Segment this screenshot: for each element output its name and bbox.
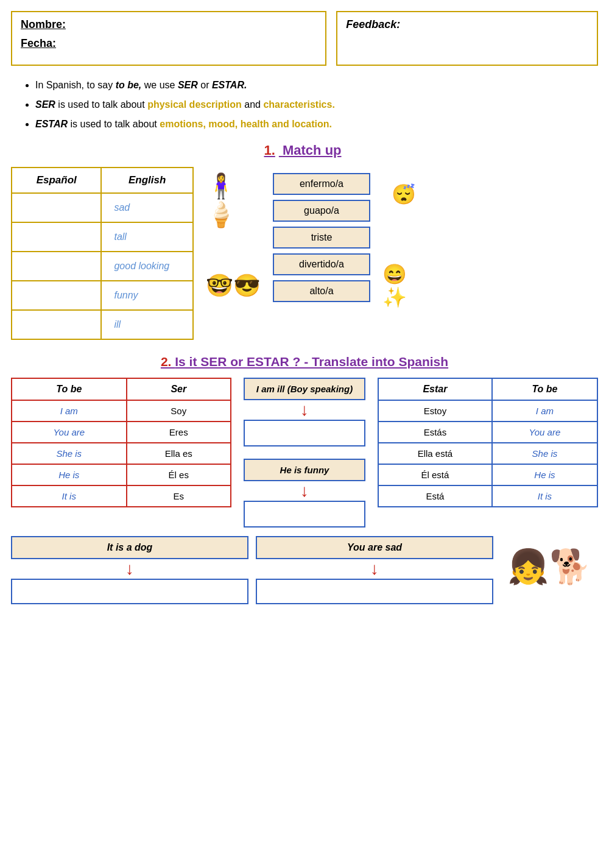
spanish-word-box: enfermo/a: [273, 173, 370, 195]
answer-box-phrase-1[interactable]: [11, 579, 248, 604]
feedback-label: Feedback:: [346, 18, 400, 30]
ser-tobe-cell: I am: [12, 400, 127, 422]
matchup-english-cell: good looking: [101, 252, 193, 281]
phrase-col-2: You are sad ↓: [256, 536, 493, 604]
estar-tobe-cell: She is: [492, 443, 597, 464]
emoji-laughing: 😄✨: [382, 264, 425, 307]
estar-conj-cell: Está: [378, 485, 492, 507]
estar-table: EstarTo be Estoy I am Estás You are Ella…: [378, 378, 598, 507]
intro-bullets: In Spanish, to say to be, we use SER or …: [17, 78, 598, 132]
arrow-down-4: ↓: [370, 560, 379, 577]
spanish-word-box: divertido/a: [273, 253, 370, 275]
estar-conj-cell: Estás: [378, 422, 492, 443]
estar-header: To be: [492, 378, 597, 400]
phrase-box-2: You are sad: [256, 536, 493, 559]
arrow-down-2: ↓: [300, 482, 309, 499]
estar-conj-cell: Ella está: [378, 443, 492, 464]
header-section: Nombre: Fecha: Feedback:: [11, 11, 598, 66]
section2-number: 2.: [161, 355, 175, 369]
ser-conj-cell: Ella es: [127, 443, 231, 464]
phrase-box-1: It is a dog: [11, 536, 248, 559]
phrase-col-1: It is a dog ↓: [11, 536, 248, 604]
bullet-1: In Spanish, to say to be, we use SER or …: [35, 78, 598, 93]
section1-title: 1. Match up: [11, 143, 598, 158]
emoji-girl-icecream: 🧍‍♀️🍦: [206, 173, 261, 228]
ser-tobe-cell: She is: [12, 443, 127, 464]
matchup-english-cell: tall: [101, 222, 193, 252]
bottom-row: It is a dog ↓ You are sad ↓ 👧🐕: [11, 536, 598, 604]
nombre-label: Nombre:: [21, 18, 317, 31]
matchup-espanol-cell[interactable]: [12, 193, 101, 222]
ser-header: Ser: [127, 378, 231, 400]
answer-box-1[interactable]: [244, 420, 365, 446]
emoji-sleeping: 😴: [382, 173, 425, 216]
arrow-down-1: ↓: [300, 401, 309, 418]
bullet-2: SER is used to talk about physical descr…: [35, 97, 598, 112]
matchup-espanol-cell[interactable]: [12, 310, 101, 339]
emoji-col-middle: 🧍‍♀️🍦 🤓😎: [206, 173, 261, 313]
estar-conj-cell: Estoy: [378, 400, 492, 422]
matchup-container: Español English sadtallgood lookingfunny…: [11, 167, 598, 340]
emoji-girl-glasses: 🤓😎: [206, 258, 261, 313]
feedback-box: Feedback:: [336, 11, 598, 66]
matchup-espanol-cell[interactable]: [12, 222, 101, 252]
ser-tobe-cell: It is: [12, 485, 127, 507]
matchup-espanol-cell[interactable]: [12, 281, 101, 310]
prompt1: I am ill (Boy speaking): [244, 378, 365, 400]
section1-number: 1.: [264, 143, 275, 158]
ser-header: To be: [12, 378, 127, 400]
matchup-english-cell: funny: [101, 281, 193, 310]
answer-box-phrase-2[interactable]: [256, 579, 493, 604]
col-english: English: [101, 168, 193, 193]
spanish-words-list: enfermo/aguapo/atristedivertido/aalto/a: [273, 173, 370, 302]
ser-conj-cell: Soy: [127, 400, 231, 422]
spanish-word-box: guapo/a: [273, 200, 370, 222]
section2-title: 2. Is it SER or ESTAR ? - Translate into…: [11, 355, 598, 369]
bottom-emoji-couple-dog: 👧🐕: [501, 536, 598, 597]
estar-header: Estar: [378, 378, 492, 400]
section2-text: Is it SER or ESTAR ? - Translate into Sp…: [175, 355, 448, 369]
ser-conj-cell: Es: [127, 485, 231, 507]
ser-tobe-cell: He is: [12, 464, 127, 485]
matchup-table: Español English sadtallgood lookingfunny…: [11, 167, 194, 340]
estar-tobe-cell: It is: [492, 485, 597, 507]
estar-tobe-cell: You are: [492, 422, 597, 443]
estar-tobe-cell: He is: [492, 464, 597, 485]
spanish-word-box: alto/a: [273, 280, 370, 302]
section1-text: Match up: [283, 143, 342, 158]
col-espanol: Español: [12, 168, 101, 193]
matchup-english-cell: ill: [101, 310, 193, 339]
bullet-3: ESTAR is used to talk about emotions, mo…: [35, 117, 598, 132]
matchup-english-cell: sad: [101, 193, 193, 222]
ser-tobe-cell: You are: [12, 422, 127, 443]
estar-tobe-cell: I am: [492, 400, 597, 422]
ser-conj-cell: Él es: [127, 464, 231, 485]
conj-grid: To beSer I am Soy You are Eres She is El…: [11, 378, 598, 528]
emoji-col-right: 😴 😄✨: [382, 173, 425, 307]
ser-conj-cell: Eres: [127, 422, 231, 443]
nombre-fecha-box: Nombre: Fecha:: [11, 11, 326, 66]
exercise-col: I am ill (Boy speaking) ↓ He is funny ↓: [238, 378, 371, 528]
ser-table: To beSer I am Soy You are Eres She is El…: [11, 378, 231, 507]
estar-conj-cell: Él está: [378, 464, 492, 485]
fecha-label: Fecha:: [21, 37, 317, 50]
arrow-down-3: ↓: [125, 560, 134, 577]
matchup-espanol-cell[interactable]: [12, 252, 101, 281]
answer-box-2[interactable]: [244, 501, 365, 528]
prompt2: He is funny: [244, 459, 365, 481]
spanish-word-box: triste: [273, 227, 370, 249]
